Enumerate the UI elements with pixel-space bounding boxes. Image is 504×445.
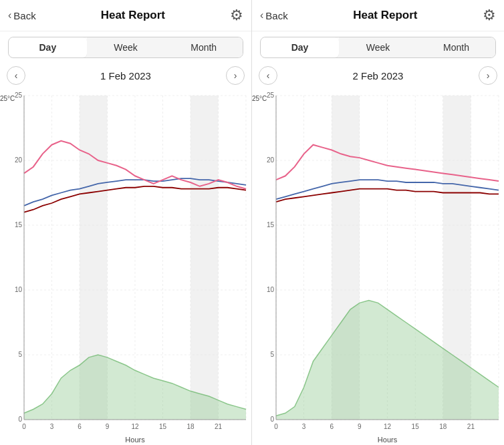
back-label: Back <box>265 10 287 21</box>
header: ‹BackHeat Report⚙ <box>252 0 504 31</box>
back-chevron-icon: ‹ <box>8 9 11 21</box>
tab-day[interactable]: Day <box>9 37 87 57</box>
tab-month[interactable]: Month <box>164 37 243 57</box>
back-button[interactable]: ‹Back <box>260 9 288 21</box>
back-chevron-icon: ‹ <box>260 9 263 21</box>
tab-week[interactable]: Week <box>87 37 165 57</box>
tab-month[interactable]: Month <box>417 37 495 57</box>
panel-1: ‹BackHeat Report⚙DayWeekMonth‹1 Feb 2023… <box>0 0 252 445</box>
tab-bar: DayWeekMonth <box>8 37 243 58</box>
back-button[interactable]: ‹Back <box>8 9 36 21</box>
tab-week[interactable]: Week <box>339 37 417 57</box>
chart-area <box>0 89 251 445</box>
page-title: Heat Report <box>353 9 417 22</box>
date-navigation: ‹2 Feb 2023› <box>252 63 504 89</box>
prev-date-button[interactable]: ‹ <box>7 66 25 85</box>
current-date: 1 Feb 2023 <box>100 70 151 82</box>
tab-day[interactable]: Day <box>261 37 339 57</box>
prev-date-button[interactable]: ‹ <box>259 66 277 85</box>
current-date: 2 Feb 2023 <box>353 70 404 82</box>
date-navigation: ‹1 Feb 2023› <box>0 63 251 89</box>
next-date-button[interactable]: › <box>479 66 497 85</box>
gear-icon[interactable]: ⚙ <box>230 7 243 24</box>
heat-chart <box>252 89 504 445</box>
gear-icon[interactable]: ⚙ <box>483 7 496 24</box>
tab-bar: DayWeekMonth <box>260 37 496 58</box>
heat-chart <box>0 89 251 445</box>
panel-2: ‹BackHeat Report⚙DayWeekMonth‹2 Feb 2023… <box>252 0 504 445</box>
next-date-button[interactable]: › <box>226 66 245 85</box>
back-label: Back <box>13 10 35 21</box>
chart-area <box>252 89 504 445</box>
page-title: Heat Report <box>101 9 165 22</box>
header: ‹BackHeat Report⚙ <box>0 0 251 31</box>
